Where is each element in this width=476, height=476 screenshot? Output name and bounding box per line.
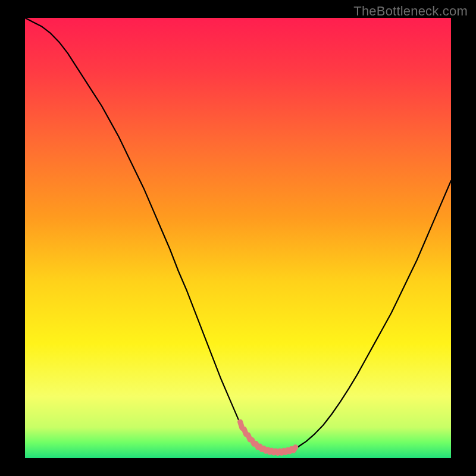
gradient-background (25, 18, 451, 458)
watermark-text: TheBottleneck.com (353, 4, 468, 19)
chart-container: { "watermark": "TheBottleneck.com", "plo… (0, 0, 476, 476)
bottleneck-curve-chart (0, 0, 476, 476)
